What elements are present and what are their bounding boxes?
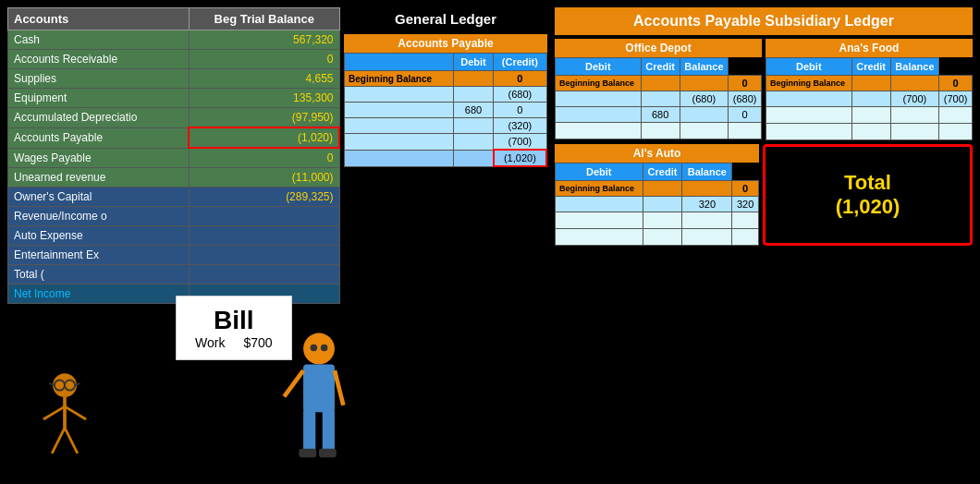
trial-balance-account: Owner's Capital [8,188,190,207]
accounts-header: Accounts [8,8,190,30]
trial-balance-account: Entertainment Ex [8,246,190,265]
trial-balance-value [189,226,339,246]
svg-rect-20 [319,449,337,457]
od-balance-header: Balance [680,58,729,76]
als-auto-section: Al's Auto Debit Credit Balance Beginning… [555,144,759,246]
gl-credit: (680) [494,87,546,103]
gl-debit [453,134,493,151]
af-cell-label [766,124,852,140]
trial-balance-account: Cash [8,30,190,50]
aa-cell-credit: 320 [682,197,732,212]
anas-food-title: Ana's Food [766,39,973,57]
af-cell-balance [939,124,973,140]
af-cell-credit [890,107,939,124]
trial-balance-value [189,265,339,284]
gl-credit: (320) [494,118,546,134]
subsidiary-ledger-panel: Accounts Payable Subsidiary Ledger Offic… [555,7,973,249]
trial-balance-value: 0 [189,148,339,168]
trial-balance-account: Supplies [8,69,190,89]
trial-balance-panel: Accounts Beg Trial Balance Cash567,320Ac… [7,7,340,304]
general-ledger-panel: General Ledger Accounts Payable Debit (C… [344,7,547,167]
aa-cell-credit [682,229,732,246]
aa-cell-debit [643,197,682,212]
af-cell-credit: (700) [890,91,939,107]
trial-balance-account: Total ( [8,265,190,284]
bill-name: Bill [195,306,273,335]
svg-line-15 [284,370,303,396]
gl-label [345,87,454,103]
gl-label [345,134,454,151]
sl-top-row: Office Depot Debit Credit Balance Beginn… [555,39,973,140]
od-cell-credit [680,123,729,139]
od-cell-balance [729,123,762,139]
bill-work-label: Work [195,335,225,350]
office-depot-title: Office Depot [555,39,762,57]
af-cell-credit [890,124,939,140]
sl-bottom-row: Al's Auto Debit Credit Balance Beginning… [555,144,973,246]
aa-cell-debit [643,181,682,197]
gl-debit [453,118,493,134]
trial-balance-value: (97,950) [189,108,339,128]
af-cell-label [766,107,852,124]
trial-balance-value [189,207,339,226]
trial-balance-account: Accounts Receivable [8,50,190,69]
od-cell-balance: 0 [729,76,762,91]
trial-balance-account: Net Income [8,284,190,304]
total-value: (1,020) [836,195,900,219]
gl-credit: 0 [494,103,546,118]
aa-cell-label [556,229,643,246]
gl-credit: (1,020) [494,150,546,166]
aa-cell-credit [682,212,732,229]
trial-balance-value: 0 [189,50,339,69]
gl-credit: 0 [494,71,546,87]
svg-line-16 [335,370,343,405]
trial-balance-account: Accounts Payable [8,127,190,148]
af-debit-header: Debit [766,58,852,76]
af-cell-debit [851,124,890,140]
od-cell-balance: 0 [729,107,762,123]
od-cell-debit [641,91,680,107]
svg-rect-14 [303,364,335,412]
trial-balance-value [189,246,339,265]
aa-debit-header: Debit [556,163,643,181]
bill-work-value: $700 [243,335,272,350]
svg-rect-18 [323,409,335,453]
svg-point-13 [321,345,328,352]
gl-section-title: Accounts Payable [344,34,547,53]
od-cell-debit [641,76,680,91]
trial-balance-value: (289,325) [189,188,339,207]
gl-credit: (700) [494,134,546,151]
svg-line-8 [65,406,86,419]
aa-cell-label: Beginning Balance [556,181,643,197]
aa-cell-debit [643,229,682,246]
af-cell-debit [851,76,890,91]
office-depot-section: Office Depot Debit Credit Balance Beginn… [555,39,762,140]
od-cell-label [556,91,642,107]
svg-point-12 [311,345,318,352]
od-cell-label [556,107,642,123]
aa-cell-balance: 320 [732,197,759,212]
gl-label: Beginning Balance [345,71,454,87]
od-cell-balance: (680) [729,91,762,107]
od-cell-label [556,123,642,139]
bill-work: Work $700 [195,335,273,350]
balance-header: Beg Trial Balance [189,8,339,30]
trial-balance-value: 135,300 [189,89,339,108]
sl-main-title: Accounts Payable Subsidiary Ledger [555,7,973,35]
trial-balance-value: (1,020) [189,127,339,148]
af-balance-header: Balance [890,58,939,76]
als-auto-title: Al's Auto [555,144,759,163]
gl-label [345,103,454,118]
total-label: Total [836,171,900,195]
trial-balance-value: 4,655 [189,69,339,89]
od-cell-label: Beginning Balance [556,76,642,91]
aa-credit-header: Credit [643,163,682,181]
trial-balance-value: (11,000) [189,168,339,188]
gl-label [345,118,454,134]
anas-food-section: Ana's Food Debit Credit Balance Beginnin… [766,39,973,140]
gl-col-credit: (Credit) [494,54,546,71]
svg-line-7 [43,406,65,419]
gl-label [345,150,454,166]
gl-col-label [345,54,454,71]
od-debit-header: Debit [556,58,642,76]
